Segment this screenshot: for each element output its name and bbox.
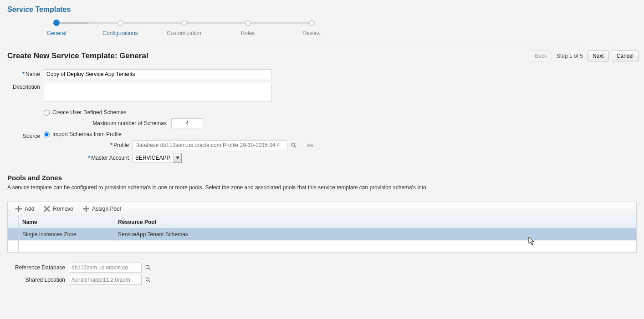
- radio-import-profile[interactable]: [44, 132, 50, 137]
- svg-point-0: [291, 143, 295, 146]
- wizard-step-configurations[interactable]: Configurations: [88, 19, 152, 36]
- pools-toolbar: Add Remove Assign Pool: [7, 202, 637, 216]
- profile-input[interactable]: [133, 140, 287, 150]
- wizard-step-review: Review: [280, 19, 343, 36]
- description-label: Description: [7, 82, 44, 90]
- svg-point-2: [307, 145, 309, 147]
- master-account-label: *Master Account: [44, 155, 133, 161]
- table-row[interactable]: Single Instances Zone ServiceApp Tenant …: [8, 228, 637, 241]
- wizard-label: Roles: [241, 30, 255, 36]
- view-icon[interactable]: [306, 141, 314, 149]
- assign-pool-button[interactable]: Assign Pool: [80, 205, 121, 213]
- ref-db-input[interactable]: [69, 263, 142, 273]
- profile-search-icon[interactable]: [290, 141, 298, 149]
- radio-create-schemas[interactable]: [44, 110, 50, 116]
- name-label: *Name: [7, 71, 44, 77]
- wizard-label: Review: [302, 30, 320, 36]
- wizard-label: Configurations: [102, 30, 138, 36]
- wizard-nav-buttons: Back Step 1 of 5 Next Cancel: [530, 51, 639, 61]
- plus-icon: [15, 205, 23, 213]
- wizard-step-roles: Roles: [216, 19, 280, 36]
- content-area[interactable]: *Name Description Source Create User Def…: [7, 65, 640, 319]
- master-account-select[interactable]: [133, 153, 182, 163]
- ref-db-label: Reference Database: [7, 264, 69, 271]
- dropdown-icon[interactable]: [174, 153, 182, 163]
- shared-loc-search-icon[interactable]: [144, 276, 152, 284]
- col-resource-pool[interactable]: Resource Pool: [114, 216, 637, 228]
- svg-point-3: [311, 145, 313, 147]
- back-button: Back: [530, 51, 552, 61]
- max-schemas-label: Maximum number of Schemas: [44, 120, 171, 127]
- wizard-label: General: [47, 30, 66, 36]
- master-account-value[interactable]: [133, 153, 174, 163]
- plus-icon: [82, 205, 90, 213]
- col-name[interactable]: Name: [19, 216, 114, 228]
- row-header-blank: [8, 216, 19, 228]
- table-row-empty: [8, 241, 637, 253]
- shared-loc-label: Shared Location: [7, 277, 69, 283]
- radio-import-label: Import Schemas from Profile: [52, 131, 122, 137]
- wizard-step-customization: Customization: [152, 19, 216, 36]
- shared-loc-input[interactable]: [69, 275, 142, 285]
- radio-create-label: Create User Defined Schemas: [52, 109, 127, 116]
- x-icon: [43, 205, 51, 213]
- svg-line-1: [295, 146, 296, 148]
- profile-label: *Profile: [44, 142, 133, 148]
- pools-help: A service template can be configured to …: [7, 184, 637, 191]
- step-indicator: Step 1 of 5: [555, 53, 585, 59]
- name-input[interactable]: [44, 69, 271, 79]
- svg-line-7: [149, 281, 151, 283]
- svg-point-4: [146, 265, 149, 268]
- next-button[interactable]: Next: [588, 51, 609, 61]
- wizard-train: General Configurations Customization Rol…: [0, 17, 644, 44]
- svg-point-6: [146, 278, 149, 281]
- section-title: Create New Service Template: General: [7, 51, 148, 61]
- cell-resource-pool: ServiceApp Tenant Schemas: [114, 228, 637, 241]
- cancel-button[interactable]: Cancel: [612, 51, 639, 61]
- source-label: Source: [7, 133, 44, 139]
- add-button[interactable]: Add: [12, 205, 34, 213]
- wizard-label: Customization: [167, 30, 201, 36]
- description-input[interactable]: [44, 82, 271, 102]
- wizard-step-general[interactable]: General: [25, 19, 88, 36]
- max-schemas-input[interactable]: [171, 118, 203, 128]
- svg-line-5: [149, 268, 151, 270]
- page-title: Service Templates: [0, 0, 644, 17]
- pools-heading: Pools and Zones: [7, 174, 637, 182]
- pools-table: Name Resource Pool Single Instances Zone…: [7, 216, 637, 253]
- remove-button[interactable]: Remove: [41, 205, 73, 213]
- cell-name: Single Instances Zone: [19, 228, 114, 241]
- ref-db-search-icon[interactable]: [144, 263, 152, 272]
